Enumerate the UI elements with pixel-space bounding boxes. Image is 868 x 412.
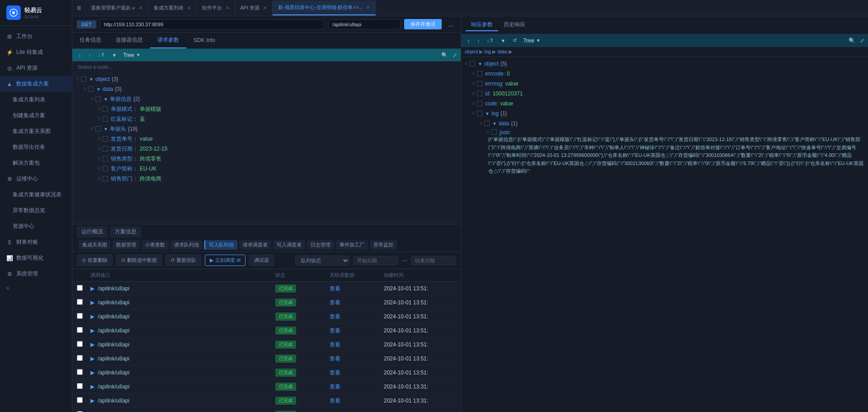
resp-search-btn[interactable]: 🔍 (849, 38, 855, 44)
sidebar-item-create-integration[interactable]: 创建集成方案 (0, 108, 72, 123)
view-link[interactable]: 查看 (330, 327, 340, 334)
queue-status-select[interactable]: 队列状态 (295, 256, 349, 265)
tab-2-close[interactable]: ✕ (226, 5, 229, 10)
sidebar-item-integration-list[interactable]: 集成方案列表 (0, 92, 72, 108)
row-view[interactable]: 查看 (330, 299, 384, 307)
sub-tab-task-info[interactable]: 任务信息 (72, 33, 108, 48)
checkbox[interactable] (477, 91, 482, 96)
sidebar-item-health-status[interactable]: 集成方案健康状况表 (0, 187, 72, 203)
drag-handle[interactable]: ⠿ (76, 77, 79, 82)
expand-icon[interactable]: ▼ (104, 127, 108, 132)
section-log-mgmt[interactable]: 日志管理 (307, 240, 334, 250)
row-view[interactable]: 查看 (330, 355, 384, 363)
checkbox[interactable] (103, 106, 108, 112)
section-write-scheduler[interactable]: 写入调度者 (273, 240, 305, 250)
row-api[interactable]: ▶ /apilink/u8api (90, 355, 275, 362)
expand-button[interactable]: ⤢ (453, 52, 457, 58)
row-api[interactable]: ▶ /apilink/u8api (90, 398, 275, 404)
row-checkbox[interactable] (77, 299, 83, 305)
sub-tab-sdk-info[interactable]: SDK Info (186, 33, 222, 48)
api-link[interactable]: /apilink/u8api (98, 327, 129, 334)
drag-handle[interactable]: ⠿ (486, 129, 490, 134)
start-date-input[interactable] (353, 256, 398, 265)
drag-handle[interactable]: ⠿ (472, 71, 475, 76)
api-link[interactable]: /apilink/u8api (98, 313, 129, 320)
sidebar-item-workbench[interactable]: ⊞ 工作台 (0, 28, 72, 44)
row-checkbox[interactable] (77, 313, 83, 319)
row-checkbox[interactable] (77, 355, 83, 361)
row-view[interactable]: 查看 (330, 397, 384, 405)
expand-icon[interactable]: ▼ (96, 87, 101, 92)
checkbox[interactable] (103, 156, 108, 161)
row-api[interactable]: ▶ /apilink/u8api (90, 327, 275, 334)
api-link[interactable]: /apilink/u8api (98, 384, 129, 390)
sidebar-item-data-export[interactable]: 数据导出任务 (0, 139, 72, 155)
drag-handle[interactable]: ⠿ (98, 107, 101, 112)
checkbox[interactable] (95, 126, 101, 132)
row-api[interactable]: ▶ /apilink/u8api (90, 299, 275, 306)
checkbox[interactable] (477, 101, 482, 106)
section-small-query[interactable]: 小青查数 (142, 240, 169, 250)
debugger-button[interactable]: 调试器 (249, 255, 274, 266)
section-event-factory[interactable]: 事件加工厂 (336, 240, 368, 250)
expand-icon[interactable]: ▼ (485, 111, 490, 116)
tab-1-close[interactable]: ✕ (187, 5, 191, 10)
drag-handle[interactable]: ⠿ (472, 91, 475, 96)
tab-1[interactable]: 集成方案列表 ✕ (148, 1, 197, 15)
delete-selected-button[interactable]: ⊙ 删除选中数据 (116, 255, 162, 266)
row-view[interactable]: 查看 (330, 341, 384, 349)
api-link[interactable]: /apilink/u8api (98, 398, 129, 404)
path-input[interactable] (328, 19, 401, 29)
path-object[interactable]: object (465, 49, 478, 54)
section-integration-map[interactable]: 集成关系图 (79, 240, 111, 250)
search-button[interactable]: 🔍 (441, 52, 448, 58)
row-api[interactable]: ▶ /apilink/u8api (90, 369, 275, 376)
path-data[interactable]: data (497, 49, 507, 54)
checkbox[interactable] (477, 111, 482, 116)
expand-icon[interactable]: ▼ (104, 97, 108, 102)
checkbox[interactable] (491, 129, 497, 135)
api-link[interactable]: /apilink/u8api (98, 341, 129, 348)
requeue-button[interactable]: ↺ 重新排队 (165, 255, 201, 266)
schedule-button[interactable]: ▶ 立刻调度 dt (205, 255, 245, 266)
sidebar-item-system-mgmt[interactable]: ⚙ 系统管理 (0, 266, 72, 282)
checkbox[interactable] (81, 76, 86, 82)
drag-handle[interactable]: ⠿ (98, 156, 101, 161)
resp-up-btn[interactable]: ↑ (475, 37, 483, 45)
checkbox[interactable] (103, 146, 108, 152)
checkbox[interactable] (484, 121, 490, 126)
sidebar-item-lite[interactable]: ⚡ Lite 轻集成 (0, 44, 72, 60)
row-view[interactable]: 查看 (330, 285, 384, 293)
drag-handle[interactable]: ⠿ (98, 117, 101, 122)
resp-expand-btn[interactable]: ⤢ (860, 38, 864, 44)
resp-filter-btn[interactable]: ▼ (498, 37, 509, 45)
section-write-pool[interactable]: 写入队列池 (204, 240, 237, 250)
drag-handle[interactable]: ⠿ (98, 166, 101, 171)
tabs-menu-button[interactable]: ≡ (72, 4, 85, 12)
resp-down-btn[interactable]: ↓⇑ (484, 36, 496, 45)
tab-4[interactable]: 新-领星结算中心-交易明细-赔偿单=>... ✕ (273, 0, 376, 15)
tree-dropdown-button[interactable]: ▼ (136, 52, 141, 57)
resp-sort-btn[interactable]: ↕ (465, 37, 473, 45)
checkbox[interactable] (103, 116, 108, 122)
expand-icon[interactable]: ▼ (492, 121, 497, 126)
toolbar-down-btn[interactable]: ↓⇑ (95, 51, 108, 59)
row-view[interactable]: 查看 (330, 383, 384, 391)
drag-handle[interactable]: ⠿ (472, 81, 475, 86)
api-link[interactable]: /apilink/u8api (98, 285, 129, 292)
row-view[interactable]: 查看 (330, 313, 384, 321)
view-link[interactable]: 查看 (330, 369, 340, 376)
checkbox[interactable] (477, 81, 482, 86)
checkbox[interactable] (103, 176, 108, 181)
drag-handle[interactable]: ⠿ (98, 137, 101, 142)
checkbox[interactable] (477, 71, 482, 76)
sidebar-item-resource-center[interactable]: 资源中心 (0, 218, 72, 234)
checkbox[interactable] (88, 86, 94, 92)
row-api[interactable]: ▶ /apilink/u8api (90, 313, 275, 320)
view-link[interactable]: 查看 (330, 355, 340, 362)
sidebar-item-api[interactable]: ◎ API 资源 (0, 60, 72, 76)
sidebar-item-data-integration[interactable]: ▲ 数据集成方案 (0, 76, 72, 92)
api-link[interactable]: /apilink/u8api (98, 369, 129, 376)
sidebar-item-data-viz[interactable]: 📊 数据可视化 (0, 250, 72, 266)
sidebar-item-ops-center[interactable]: ⚙ 运维中心 (0, 171, 72, 187)
